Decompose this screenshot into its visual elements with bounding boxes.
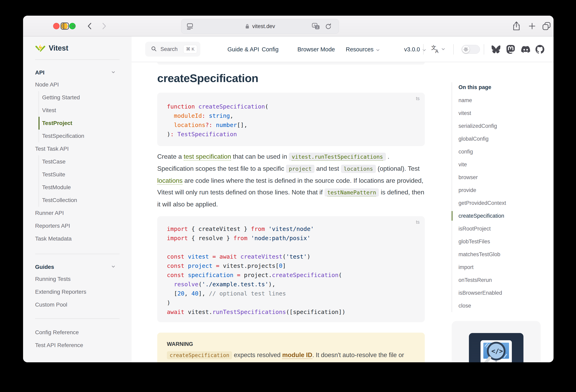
outline-item-matchestestglob[interactable]: matchesTestGlob xyxy=(459,248,542,261)
outline-item-getprovidedcontext[interactable]: getProvidedContext xyxy=(459,197,542,210)
sidebar-section-guides[interactable]: Guides xyxy=(23,261,132,273)
nav-label: Browser Mode xyxy=(297,46,335,53)
logo-text: Vitest xyxy=(49,44,68,52)
outline-item-config[interactable]: config xyxy=(459,145,542,158)
vitest-logo-icon xyxy=(35,43,46,54)
nav-browser-mode[interactable]: Browser Mode xyxy=(297,36,335,62)
codelink[interactable]: testNamePattern xyxy=(324,188,379,197)
sun-icon xyxy=(462,46,469,53)
tab-overview-icon[interactable] xyxy=(542,21,551,31)
mastodon-icon[interactable] xyxy=(506,45,515,54)
nav-resources[interactable]: Resources xyxy=(346,36,380,62)
section-title: API xyxy=(35,69,45,76)
sidebar-section-api[interactable]: API xyxy=(23,67,132,78)
outline-item-isrootproject[interactable]: isRootProject xyxy=(459,222,542,235)
address-bar[interactable]: vitest.dev A 文 xyxy=(181,19,339,34)
code: project xyxy=(286,165,315,173)
sidebar-item-testsuite[interactable]: TestSuite xyxy=(38,168,132,181)
reload-icon[interactable] xyxy=(325,23,332,30)
sidebar-item-testmodule[interactable]: TestModule xyxy=(38,181,132,194)
outline-item-import[interactable]: import xyxy=(459,261,542,274)
outline-item-globalconfig[interactable]: globalConfig xyxy=(459,132,542,145)
sidebar-item-reporters-api[interactable]: Reporters API xyxy=(23,219,132,232)
sidebar-item-custom-pool[interactable]: Custom Pool xyxy=(23,298,132,311)
sidebar-item-testcollection[interactable]: TestCollection xyxy=(38,194,132,207)
outline-item-provide[interactable]: provide xyxy=(459,184,542,197)
sidebar-divider xyxy=(35,318,119,319)
search-button[interactable]: Search ⌘ K xyxy=(145,42,200,57)
warning-body: createSpecification expects resolved mod… xyxy=(167,349,415,362)
discord-icon[interactable] xyxy=(521,45,530,54)
sidebar-item-testspecification[interactable]: TestSpecification xyxy=(38,130,132,142)
nav-label: Config xyxy=(262,46,279,53)
page-title: createSpecification xyxy=(157,71,425,85)
search-icon xyxy=(151,46,157,53)
sidebar-item-testcase[interactable]: TestCase xyxy=(38,155,132,168)
code-lang-badge: ts xyxy=(416,96,420,101)
outline-item-globtestfiles[interactable]: globTestFiles xyxy=(459,235,542,248)
url-text[interactable]: vitest.dev xyxy=(252,23,275,30)
language-menu[interactable]: 文 A xyxy=(431,45,445,55)
browser-toolbar: vitest.dev A 文 xyxy=(23,16,553,36)
outline-item-vitest[interactable]: vitest xyxy=(459,107,542,120)
forward-button[interactable] xyxy=(102,22,107,30)
warnlink[interactable]: module ID xyxy=(282,352,312,359)
sidebar-item-node-api[interactable]: Node API xyxy=(23,78,132,91)
doc-content: createSpecification ts function createSp… xyxy=(157,62,425,362)
text: Create a xyxy=(157,153,184,160)
warning-title: WARNING xyxy=(167,341,415,347)
nav-guide-api[interactable]: Guide & API xyxy=(228,36,259,62)
chevron-down-icon xyxy=(111,265,115,269)
header-divider xyxy=(484,44,484,55)
outline-item-vite[interactable]: vite xyxy=(459,158,542,171)
outline-list: On this page namevitestserializedConfigg… xyxy=(452,82,542,312)
outline-item-createspecification[interactable]: createSpecification xyxy=(459,210,542,222)
text: expects resolved xyxy=(232,352,282,359)
sidebar-item-vitest[interactable]: Vitest xyxy=(38,104,132,117)
share-icon[interactable] xyxy=(512,21,521,31)
translate-page-icon[interactable]: A 文 xyxy=(312,23,320,30)
carbon-ad[interactable]: </> xyxy=(452,321,541,362)
sidebar-menu-chevron-icon[interactable] xyxy=(72,25,76,28)
outline-item-ontestsrerun[interactable]: onTestsRerun xyxy=(459,274,542,286)
warning-callout: WARNING createSpecification expects reso… xyxy=(157,333,425,362)
outline-item-name[interactable]: name xyxy=(459,94,542,107)
sidebar-toggle-icon[interactable] xyxy=(60,22,69,30)
outline-item-browser[interactable]: browser xyxy=(459,171,542,184)
sidebar-item-task-metadata[interactable]: Task Metadata xyxy=(23,232,132,245)
header-divider xyxy=(423,44,424,55)
theme-toggle[interactable] xyxy=(461,45,480,54)
sidebar-item-running-tests[interactable]: Running Tests xyxy=(23,273,132,285)
bluesky-icon[interactable] xyxy=(491,45,500,54)
sidebar: Vitest APINode APIGetting StartedVitestT… xyxy=(23,36,132,362)
sidebar-item-extending-reporters[interactable]: Extending Reporters xyxy=(23,285,132,298)
sidebar-item-getting-started[interactable]: Getting Started xyxy=(38,91,132,104)
code[interactable]: function createSpecification( moduleId: … xyxy=(157,93,425,146)
sidebar-item-test-api-reference[interactable]: Test API Reference xyxy=(23,339,132,352)
translate-icon: 文 A xyxy=(431,45,440,55)
lock-icon xyxy=(245,23,250,29)
link[interactable]: test specification xyxy=(184,153,231,160)
vitest-logo[interactable]: Vitest xyxy=(35,43,132,54)
sidebar-item-test-task-api[interactable]: Test Task API xyxy=(23,142,132,155)
outline-item-isbrowserenabled[interactable]: isBrowserEnabled xyxy=(459,286,542,299)
codelink[interactable]: vitest.runTestSpecifications xyxy=(289,153,386,161)
chevron-down-icon xyxy=(422,47,426,53)
text: and test xyxy=(315,165,341,172)
outline-item-close[interactable]: close xyxy=(459,299,542,312)
code[interactable]: import { createVitest } from 'vitest/nod… xyxy=(157,216,425,322)
close-window-button[interactable] xyxy=(53,23,59,29)
sidebar-item-runner-api[interactable]: Runner API xyxy=(23,207,132,219)
nav-config[interactable]: Config xyxy=(262,36,279,62)
carbon-ad-image[interactable]: </> xyxy=(469,333,523,362)
nav-label: Resources xyxy=(346,46,374,53)
sidebar-item-config-reference[interactable]: Config Reference xyxy=(23,326,132,339)
link[interactable]: locations xyxy=(157,177,182,184)
sidebar-divider xyxy=(35,254,119,254)
back-button[interactable] xyxy=(87,22,92,30)
github-icon[interactable] xyxy=(536,45,544,54)
outline-item-serializedconfig[interactable]: serializedConfig xyxy=(459,120,542,132)
sidebar-item-testproject[interactable]: TestProject xyxy=(38,117,132,130)
new-tab-icon[interactable] xyxy=(528,22,537,30)
text: that can be used in xyxy=(231,153,289,160)
